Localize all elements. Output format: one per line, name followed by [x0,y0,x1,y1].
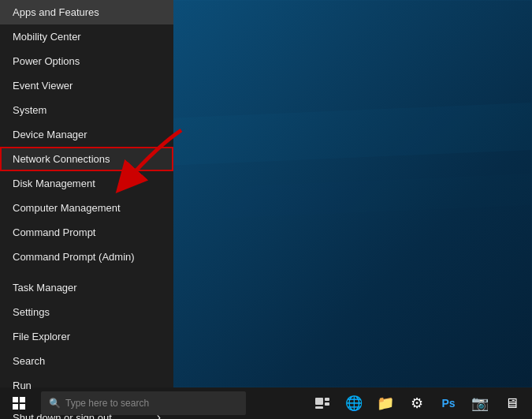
menu-item-label-system: System [13,104,47,116]
menu-item-mobility-center[interactable]: Mobility Center [0,24,173,49]
menu-item-search[interactable]: Search [0,349,173,373]
menu-item-label-settings: Settings [13,306,50,318]
menu-item-label-network-connections: Network Connections [13,153,110,165]
chrome-icon[interactable]: ⚙ [403,389,431,417]
submenu-arrow-icon: › [157,410,161,419]
svg-rect-9 [325,402,329,406]
edge-icon[interactable]: 🌐 [340,389,368,417]
menu-item-apps-features[interactable]: Apps and Features [0,0,173,24]
context-menu: Apps and FeaturesMobility CenterPower Op… [0,0,173,387]
menu-item-label-apps-features: Apps and Features [13,6,99,18]
svg-line-1 [166,126,532,142]
menu-item-label-device-manager: Device Manager [13,129,87,140]
menu-item-label-run: Run [13,380,32,391]
menu-item-network-connections[interactable]: Network Connections [0,147,173,171]
svg-rect-8 [325,398,329,401]
menu-item-task-manager[interactable]: Task Manager [0,275,173,300]
svg-line-2 [166,189,532,205]
menu-item-settings[interactable]: Settings [0,300,173,324]
menu-item-device-manager[interactable]: Device Manager [0,122,173,147]
menu-item-event-viewer[interactable]: Event Viewer [0,73,173,98]
menu-item-command-prompt-admin[interactable]: Command Prompt (Admin) [0,245,173,269]
task-view-button[interactable] [308,389,337,417]
menu-item-label-computer-management: Computer Management [13,202,121,214]
app-icon-2[interactable]: 🖥 [497,389,526,417]
svg-rect-7 [315,398,323,405]
menu-item-label-search: Search [13,355,45,367]
menu-item-label-event-viewer: Event Viewer [13,80,73,92]
menu-item-label-file-explorer: File Explorer [13,331,70,342]
app-icon-1[interactable]: 📷 [466,389,494,417]
menu-item-system[interactable]: System [0,98,173,122]
menu-item-label-mobility-center: Mobility Center [13,31,81,43]
menu-item-label-shut-down: Shut down or sign out [13,412,112,420]
menu-item-label-task-manager: Task Manager [13,282,77,294]
svg-rect-10 [315,406,323,409]
menu-item-label-command-prompt-admin: Command Prompt (Admin) [13,251,135,263]
menu-item-label-power-options: Power Options [13,55,80,67]
file-explorer-icon[interactable]: 📁 [371,389,400,417]
menu-item-label-command-prompt: Command Prompt [13,226,95,238]
menu-item-label-disk-management: Disk Management [13,178,95,189]
svg-rect-4 [20,397,25,402]
menu-item-disk-management[interactable]: Disk Management [0,171,173,196]
svg-rect-3 [13,397,18,402]
taskbar-icons: 🌐 📁 ⚙ Ps 📷 🖥 [308,389,532,417]
menu-item-command-prompt[interactable]: Command Prompt [0,220,173,245]
menu-item-file-explorer[interactable]: File Explorer [0,324,173,349]
menu-item-shut-down[interactable]: Shut down or sign out› [0,404,173,419]
menu-item-power-options[interactable]: Power Options [0,49,173,73]
menu-item-computer-management[interactable]: Computer Management [0,196,173,220]
photoshop-icon[interactable]: Ps [434,389,463,417]
menu-item-run[interactable]: Run [0,373,173,398]
